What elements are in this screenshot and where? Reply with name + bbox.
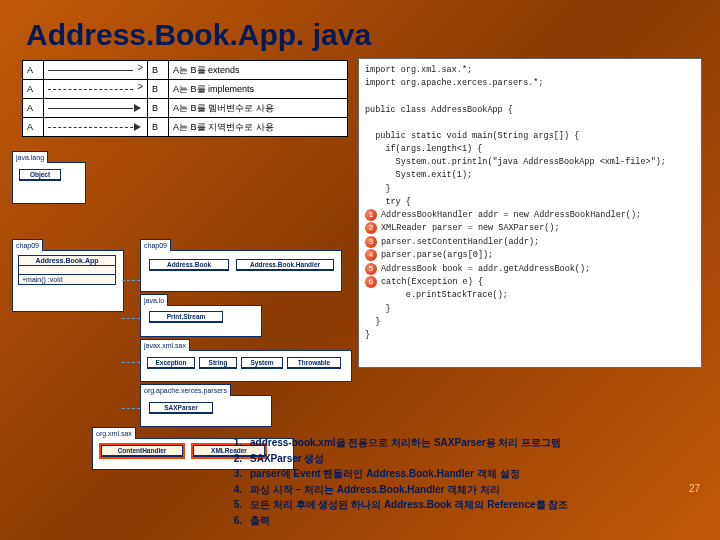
cls-addressbook: Address.Book [150,260,228,270]
step-badge-1: 1 [365,209,377,221]
legend-b: B [148,80,169,99]
code-line: AddressBook book = addr.getAddressBook()… [381,264,590,274]
step-num: 6. [218,513,246,529]
cls-system: System [242,358,282,368]
code-line: } [365,183,695,196]
cls-addressbookhandler: Address.Book.Handler [237,260,333,270]
legend-desc: A는 B를 지역변수로 사용 [169,118,348,137]
step-num: 4. [218,482,246,498]
pkg-orgxmlsax: org.xml.sax [92,427,136,439]
pkg-chap09: chap09 [140,239,171,251]
cls-string: String [200,358,236,368]
legend-a: A [23,118,44,137]
pkg-javalang: java.lang [12,151,48,163]
step-badge-3: 3 [365,236,377,248]
code-line: parser.parse(args[0]); [381,250,493,260]
pkg-chap09: chap09 [12,239,43,251]
code-line: parser.setContentHandler(addr); [381,237,539,247]
legend-arrow [44,80,148,99]
legend-row: A B A는 B를 implements [23,80,348,99]
code-line: } [365,303,695,316]
code-line: } [365,329,695,342]
legend-a: A [23,80,44,99]
pkg-javaxsax: javax.xml.sax [140,339,190,351]
cls-saxparser: SAXParser [150,403,212,413]
cls-printstream: Print.Stream [150,312,222,322]
step-num: 2. [218,451,246,467]
code-line: public class AddressBookApp { [365,104,695,117]
legend-b: B [148,61,169,80]
step-badge-6: 6 [365,276,377,288]
legend-b: B [148,99,169,118]
uml-diagram: java.lang Object chap09 Address.Book.App… [12,150,362,450]
steps-list: 1.address-book.xml을 전용으로 처리하는 SAXParser용… [218,435,708,528]
code-line: } [365,316,695,329]
cls-contenthandler: ContentHandler [102,446,182,456]
legend-desc: A는 B를 implements [169,80,348,99]
code-line: try { [365,196,695,209]
step-text: address-book.xml을 전용으로 처리하는 SAXParser용 처… [246,435,708,451]
code-line: import org.apache.xerces.parsers.*; [365,77,695,90]
step-badge-4: 4 [365,249,377,261]
step-text: 모든 처리 후에 생성된 하나의 Address.Book 객체의 Refere… [246,497,708,513]
cls-throwable: Throwable [288,358,340,368]
cls-method: +main() :void [19,275,115,284]
step-text: 출력 [246,513,708,529]
code-line: XMLReader parser = new SAXParser(); [381,224,560,234]
pkg-xerces: org.apache.xerces.parsers [140,384,231,396]
step-num: 5. [218,497,246,513]
legend-table: A B A는 B를 extends A B A는 B를 implements A… [22,60,348,137]
legend-arrow [44,118,148,137]
step-text: SAXParser 생성 [246,451,708,467]
cls-addressbookapp: Address.Book.App [19,256,115,266]
pkg-javaio: java.io [140,294,168,306]
legend-row: A B A는 B를 extends [23,61,348,80]
code-line: if(args.length<1) { [365,143,695,156]
code-line: public static void main(String args[]) { [365,130,695,143]
page-number: 27 [689,483,700,494]
page-title: Address.Book.App. java [26,18,371,52]
step-num: 1. [218,435,246,451]
legend-row: A B A는 B를 지역변수로 사용 [23,118,348,137]
legend-desc: A는 B를 멤버변수로 사용 [169,99,348,118]
legend-row: A B A는 B를 멤버변수로 사용 [23,99,348,118]
cls-exception: Exception [148,358,194,368]
legend-arrow [44,99,148,118]
step-badge-2: 2 [365,222,377,234]
legend-a: A [23,99,44,118]
code-line: System.out.println("java AddressBookApp … [365,156,695,169]
step-badge-5: 5 [365,263,377,275]
legend-b: B [148,118,169,137]
legend-a: A [23,61,44,80]
code-line: System.exit(1); [365,169,695,182]
legend-desc: A는 B를 extends [169,61,348,80]
step-text: parser에 Event 핸들러인 Address.Book.Handler … [246,466,708,482]
code-line: import org.xml.sax.*; [365,64,695,77]
code-line: e.printStackTrace(); [396,290,508,300]
cls-object: Object [20,170,60,180]
code-line: catch(Exception e) { [381,277,483,287]
code-line: AddressBookHandler addr = new AddressBoo… [381,210,641,220]
step-text: 파싱 시작 – 처리는 Address.Book.Handler 객체가 처리 [246,482,708,498]
legend-arrow [44,61,148,80]
step-num: 3. [218,466,246,482]
code-panel: import org.xml.sax.*; import org.apache.… [358,58,702,368]
